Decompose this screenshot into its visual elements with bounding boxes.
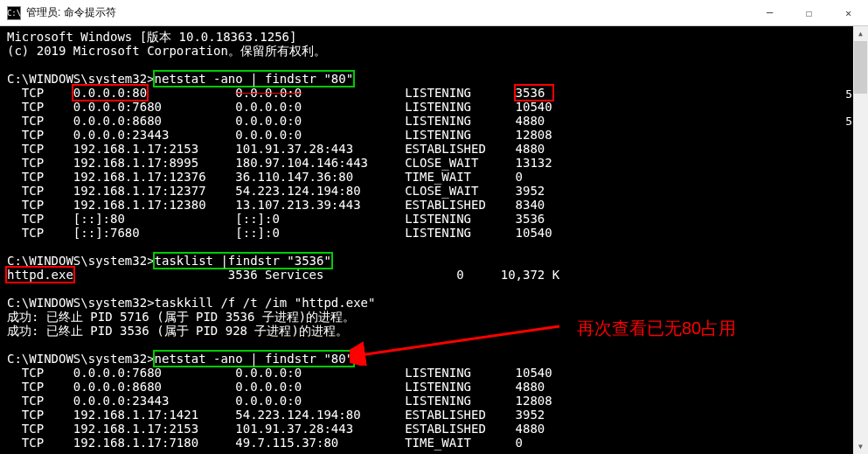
window-titlebar: C:\ 管理员: 命令提示符 ─ ☐ ✕ bbox=[0, 0, 868, 26]
minimize-button[interactable]: ─ bbox=[750, 0, 789, 25]
terminal-line: httpd.exe 3536 Services 0 10,372 K bbox=[0, 268, 853, 282]
window-title: 管理员: 命令提示符 bbox=[26, 5, 116, 20]
terminal-line: TCP [::]:7680 [::]:0 LISTENING 10540 bbox=[0, 226, 853, 240]
terminal-line: TCP 192.168.1.17:2153 101.91.37.28:443 E… bbox=[0, 422, 853, 436]
terminal-line: TCP 0.0.0.0:23443 0.0.0.0:0 LISTENING 12… bbox=[0, 128, 853, 142]
terminal-line: Microsoft Windows [版本 10.0.18363.1256] bbox=[0, 30, 853, 44]
scroll-up-button[interactable]: ▲ bbox=[853, 26, 868, 41]
terminal-line: C:\WINDOWS\system32>taskkill /f /t /im "… bbox=[0, 296, 853, 310]
maximize-button[interactable]: ☐ bbox=[789, 0, 829, 25]
terminal-line bbox=[0, 282, 853, 296]
terminal-line: TCP 0.0.0.0:23443 0.0.0.0:0 LISTENING 12… bbox=[0, 394, 853, 408]
terminal-line: TCP 192.168.1.17:2153 101.91.37.28:443 E… bbox=[0, 142, 853, 156]
terminal-line bbox=[0, 58, 853, 72]
terminal-line: TCP 192.168.1.17:7180 49.7.115.37:80 TIM… bbox=[0, 436, 853, 450]
terminal-line: TCP 192.168.1.17:1421 54.223.124.194:80 … bbox=[0, 408, 853, 422]
terminal-line: TCP 0.0.0.0:7680 0.0.0.0:0 LISTENING 105… bbox=[0, 366, 853, 380]
annotation-text: 再次查看已无80占用 bbox=[577, 317, 736, 340]
terminal-line bbox=[0, 240, 853, 254]
side-marker: 5 bbox=[845, 115, 852, 128]
vertical-scrollbar[interactable]: ▲ ▼ bbox=[853, 26, 868, 454]
terminal-line: TCP 192.168.1.17:12376 36.110.147.36:80 … bbox=[0, 170, 853, 184]
terminal-line: TCP 0.0.0.0:8680 0.0.0.0:0 LISTENING 488… bbox=[0, 114, 853, 128]
terminal-line: TCP 192.168.1.17:8995 180.97.104.146:443… bbox=[0, 156, 853, 170]
side-marker: 5 bbox=[845, 87, 852, 101]
terminal-line: (c) 2019 Microsoft Corporation。保留所有权利。 bbox=[0, 44, 853, 58]
terminal-line: TCP 192.168.1.17:12380 13.107.213.39:443… bbox=[0, 198, 853, 212]
terminal-line: TCP 192.168.1.17:12377 54.223.124.194:80… bbox=[0, 184, 853, 198]
terminal-line: TCP 0.0.0.0:8680 0.0.0.0:0 LISTENING 488… bbox=[0, 380, 853, 394]
terminal-line: TCP 0.0.0.0:80 0.0.0.0:0 LISTENING 3536 bbox=[0, 86, 853, 100]
terminal-line: TCP 0.0.0.0:7680 0.0.0.0:0 LISTENING 105… bbox=[0, 100, 853, 114]
terminal-content[interactable]: Microsoft Windows [版本 10.0.18363.1256](c… bbox=[0, 26, 853, 454]
cmd-icon: C:\ bbox=[7, 6, 21, 20]
terminal-line: TCP [::]:80 [::]:0 LISTENING 3536 bbox=[0, 212, 853, 226]
scroll-thumb[interactable] bbox=[854, 41, 867, 94]
close-button[interactable]: ✕ bbox=[829, 0, 868, 25]
scroll-down-button[interactable]: ▼ bbox=[853, 439, 868, 454]
terminal-line: C:\WINDOWS\system32>netstat -ano | finds… bbox=[0, 352, 853, 366]
window-controls: ─ ☐ ✕ bbox=[750, 0, 868, 25]
terminal-line: C:\WINDOWS\system32>tasklist |findstr "3… bbox=[0, 254, 853, 268]
